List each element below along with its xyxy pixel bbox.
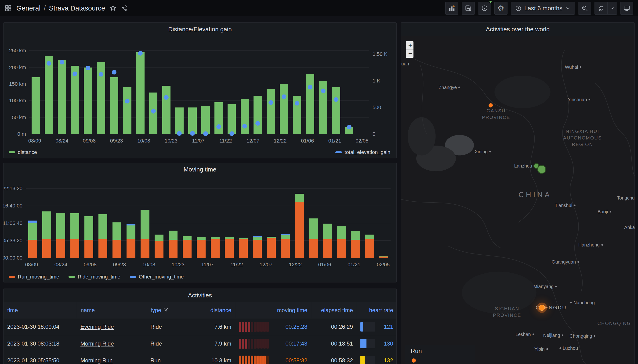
- run-moving-time-segment[interactable]: [253, 240, 262, 258]
- distance-bar[interactable]: [332, 88, 341, 134]
- column-header-name[interactable]: name: [77, 302, 147, 318]
- run-moving-time-segment[interactable]: [155, 241, 163, 258]
- elevation-gain-point[interactable]: [308, 85, 312, 90]
- elevation-gain-point[interactable]: [60, 60, 64, 64]
- elevation-gain-point[interactable]: [255, 121, 260, 126]
- distance-bar[interactable]: [306, 74, 314, 134]
- ride-moving-time-segment[interactable]: [253, 237, 262, 240]
- ride-moving-time-segment[interactable]: [281, 235, 290, 240]
- ride-moving-time-segment[interactable]: [56, 213, 65, 239]
- elevation-gain-point[interactable]: [112, 70, 117, 74]
- elevation-gain-point[interactable]: [203, 131, 208, 136]
- ride-moving-time-segment[interactable]: [141, 210, 149, 239]
- run-moving-time-segment[interactable]: [169, 240, 177, 258]
- run-moving-time-segment[interactable]: [337, 239, 346, 258]
- table-row[interactable]: 2023-01-30 18:09:04Evening RideRide7.6 k…: [4, 318, 396, 335]
- share-icon[interactable]: [121, 5, 127, 12]
- save-dashboard-button[interactable]: [462, 2, 475, 15]
- run-moving-time-segment[interactable]: [281, 239, 290, 258]
- elevation-gain-point[interactable]: [73, 72, 77, 76]
- activity-marker-run-point-glow[interactable]: [539, 305, 545, 311]
- distance-elevation-chart[interactable]: 0 m50 km100 km150 km200 km250 km05001 K1…: [29, 45, 369, 134]
- distance-bar[interactable]: [162, 86, 171, 134]
- activity-name-link[interactable]: Morning Ride: [81, 340, 114, 347]
- distance-bar[interactable]: [188, 108, 197, 134]
- breadcrumb-section[interactable]: General: [16, 4, 41, 12]
- run-moving-time-segment[interactable]: [197, 240, 206, 258]
- ride-moving-time-segment[interactable]: [155, 234, 163, 241]
- dashboard-info-button[interactable]: [478, 2, 491, 15]
- activity-name-link[interactable]: Morning Run: [81, 357, 113, 364]
- activity-marker-ride-point[interactable]: [537, 165, 546, 174]
- elevation-gain-point[interactable]: [268, 100, 273, 105]
- run-moving-time-segment[interactable]: [211, 239, 220, 258]
- add-panel-button[interactable]: [445, 2, 458, 15]
- distance-bar[interactable]: [175, 108, 184, 134]
- elevation-gain-point[interactable]: [125, 99, 130, 104]
- ride-moving-time-segment[interactable]: [42, 212, 51, 239]
- distance-bar[interactable]: [32, 77, 40, 134]
- ride-moving-time-segment[interactable]: [70, 213, 79, 239]
- run-moving-time-segment[interactable]: [365, 239, 374, 258]
- refresh-dashboard-button[interactable]: [594, 2, 607, 15]
- elevation-gain-point[interactable]: [321, 88, 326, 93]
- elevation-gain-point[interactable]: [242, 124, 247, 128]
- distance-bar[interactable]: [214, 102, 223, 134]
- panel-title-moving-time[interactable]: Moving time: [4, 163, 396, 176]
- distance-bar[interactable]: [228, 104, 236, 134]
- distance-bar[interactable]: [136, 52, 145, 134]
- column-header-time[interactable]: time: [4, 302, 77, 318]
- run-moving-time-segment[interactable]: [84, 240, 93, 258]
- activity-marker-run-point[interactable]: [489, 103, 493, 108]
- other-moving-time-segment[interactable]: [253, 236, 262, 237]
- ride-moving-time-segment[interactable]: [239, 238, 248, 239]
- run-moving-time-segment[interactable]: [99, 239, 107, 258]
- other-moving-time-segment[interactable]: [127, 224, 135, 226]
- map-legend[interactable]: Run: [405, 344, 475, 364]
- run-moving-time-segment[interactable]: [323, 239, 332, 258]
- legend-item-total_elevation_gain[interactable]: total_elevation_gain: [335, 149, 390, 155]
- run-moving-time-segment[interactable]: [379, 256, 388, 258]
- distance-bar[interactable]: [253, 96, 262, 134]
- ride-moving-time-segment[interactable]: [267, 237, 276, 238]
- ride-moving-time-segment[interactable]: [84, 216, 93, 240]
- elevation-gain-point[interactable]: [229, 131, 234, 136]
- other-moving-time-segment[interactable]: [281, 234, 290, 235]
- legend-item-distance[interactable]: distance: [9, 149, 37, 155]
- run-moving-time-segment[interactable]: [141, 239, 149, 258]
- elevation-gain-point[interactable]: [177, 131, 182, 136]
- run-moving-time-segment[interactable]: [267, 238, 276, 258]
- column-header-distance[interactable]: distance: [198, 302, 235, 318]
- elevation-gain-point[interactable]: [138, 51, 143, 56]
- run-moving-time-segment[interactable]: [56, 239, 65, 258]
- ride-moving-time-segment[interactable]: [99, 214, 107, 240]
- elevation-gain-point[interactable]: [99, 72, 103, 77]
- activity-name-link[interactable]: Evening Ride: [81, 324, 114, 330]
- panel-title-activities[interactable]: Activities: [4, 289, 396, 302]
- elevation-gain-point[interactable]: [347, 125, 352, 130]
- legend-item-run_moving_time[interactable]: Run_moving_time: [9, 274, 59, 280]
- run-moving-time-segment[interactable]: [183, 240, 192, 258]
- ride-moving-time-segment[interactable]: [379, 256, 388, 256]
- tv-mode-button[interactable]: [620, 2, 633, 15]
- zoom-out-time-button[interactable]: [578, 2, 591, 15]
- legend-item-ride_moving_time[interactable]: Ride_moving_time: [69, 274, 120, 280]
- ride-moving-time-segment[interactable]: [295, 194, 304, 202]
- ride-moving-time-segment[interactable]: [323, 224, 332, 239]
- run-moving-time-segment[interactable]: [28, 240, 37, 258]
- run-moving-time-segment[interactable]: [309, 239, 318, 258]
- ride-moving-time-segment[interactable]: [169, 230, 177, 240]
- ride-moving-time-segment[interactable]: [225, 237, 234, 239]
- distance-bar[interactable]: [84, 68, 92, 134]
- apps-grid-icon[interactable]: [5, 5, 12, 12]
- elevation-gain-point[interactable]: [86, 66, 90, 70]
- map-zoom-in-button[interactable]: +: [406, 41, 414, 50]
- breadcrumb-dashboard-title[interactable]: Strava Datasource: [49, 4, 105, 12]
- run-moving-time-segment[interactable]: [127, 239, 135, 258]
- elevation-gain-point[interactable]: [334, 97, 339, 102]
- column-header-elapsed_time[interactable]: elapsed time: [311, 302, 357, 318]
- run-moving-time-segment[interactable]: [42, 239, 51, 258]
- run-moving-time-segment[interactable]: [351, 240, 360, 258]
- run-moving-time-segment[interactable]: [295, 202, 304, 258]
- moving-time-chart[interactable]: 00:00:0005:33:2011:06:4016:40:0022:13:20…: [26, 182, 391, 258]
